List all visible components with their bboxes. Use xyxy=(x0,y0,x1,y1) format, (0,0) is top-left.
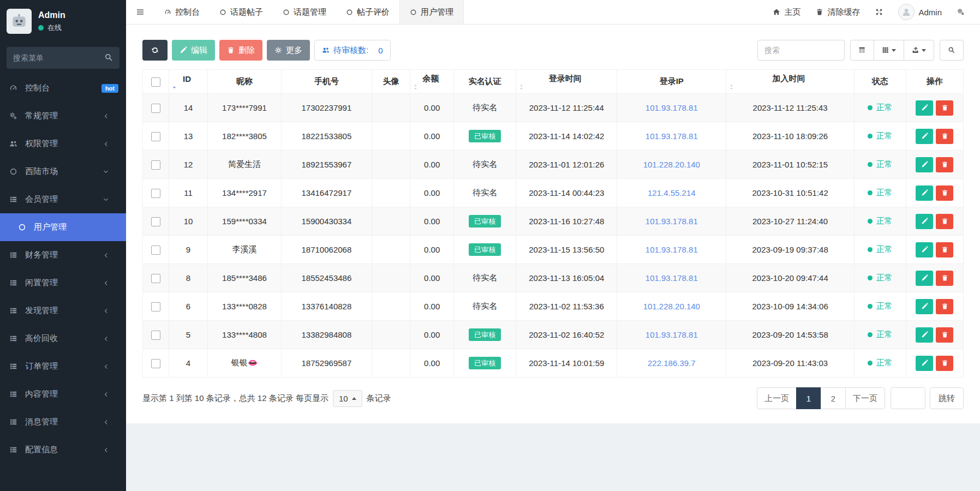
delete-button[interactable]: 删除 xyxy=(219,40,262,61)
row-delete-button[interactable] xyxy=(936,327,953,343)
login-ip-link[interactable]: 101.93.178.81 xyxy=(646,217,698,226)
row-edit-button[interactable] xyxy=(916,271,933,286)
tab-post-review[interactable]: 帖子评价 xyxy=(336,0,399,24)
row-delete-button[interactable] xyxy=(936,299,953,314)
tab-topic[interactable]: 话题管理 xyxy=(273,0,336,24)
login-ip-link[interactable]: 101.93.178.81 xyxy=(646,103,698,112)
row-delete-button[interactable] xyxy=(936,157,953,172)
row-edit-button[interactable] xyxy=(916,242,933,258)
row-edit-button[interactable] xyxy=(916,299,933,314)
list-icon xyxy=(9,251,19,259)
sidebar-item-dashboard[interactable]: 控制台hot xyxy=(0,74,126,102)
login-ip-link[interactable]: 101.93.178.81 xyxy=(646,245,698,254)
page-size-dropdown[interactable]: 10 xyxy=(333,390,362,407)
row-checkbox[interactable] xyxy=(151,104,160,113)
row-checkbox[interactable] xyxy=(151,132,160,141)
row-login-ip-cell: 222.186.39.7 xyxy=(617,349,726,378)
row-nickname: 185****3486 xyxy=(207,264,281,292)
tab-user[interactable]: 用户管理 xyxy=(399,0,464,24)
row-checkbox[interactable] xyxy=(151,160,160,170)
page-button-2[interactable]: 2 xyxy=(821,387,846,409)
column-header[interactable]: 余额 xyxy=(410,70,454,94)
sidebar-item-user[interactable]: 用户管理 xyxy=(0,213,126,241)
jump-page-input[interactable] xyxy=(891,387,925,409)
row-edit-button[interactable] xyxy=(916,129,933,144)
row-checkbox[interactable] xyxy=(151,246,160,255)
clear-cache-button[interactable]: 清除缓存 xyxy=(808,0,868,24)
sidebar-item-discover[interactable]: 发现管理 xyxy=(0,297,126,325)
row-delete-button[interactable] xyxy=(936,214,953,229)
row-realname-status: 待实名 xyxy=(454,292,516,321)
login-ip-link[interactable]: 101.93.178.81 xyxy=(646,330,698,339)
columns-button[interactable] xyxy=(874,40,904,61)
prev-page-button[interactable]: 上一页 xyxy=(757,387,797,409)
row-edit-button[interactable] xyxy=(916,327,933,343)
sidebar-toggle-icon[interactable] xyxy=(126,0,154,24)
menu-search-input[interactable] xyxy=(7,47,119,69)
detail-view-button[interactable] xyxy=(850,40,874,61)
row-avatar xyxy=(372,321,410,349)
row-delete-button[interactable] xyxy=(936,100,953,116)
row-checkbox[interactable] xyxy=(151,189,160,198)
jump-button[interactable]: 跳转 xyxy=(930,387,964,409)
column-header[interactable]: 登录时间 xyxy=(516,70,617,94)
row-join-time: 2023-10-31 10:51:42 xyxy=(726,179,854,207)
page-button-1[interactable]: 1 xyxy=(796,387,821,409)
refresh-button[interactable] xyxy=(142,40,168,61)
tab-dashboard[interactable]: 控制台 xyxy=(154,0,210,24)
login-ip-link[interactable]: 222.186.39.7 xyxy=(648,358,696,368)
row-edit-button[interactable] xyxy=(916,100,933,116)
table-row: 11134****2917134164729170.00待实名2023-11-1… xyxy=(143,179,964,207)
row-checkbox[interactable] xyxy=(151,302,160,312)
export-button[interactable] xyxy=(904,40,934,61)
sidebar-item-auth[interactable]: 权限管理 xyxy=(0,130,126,158)
row-delete-button[interactable] xyxy=(936,271,953,286)
tab-topic-post[interactable]: 话题帖子 xyxy=(210,0,273,24)
more-button[interactable]: 更多 xyxy=(267,40,310,61)
sidebar-item-label: 订单管理 xyxy=(25,361,103,372)
row-edit-button[interactable] xyxy=(916,157,933,172)
row-delete-button[interactable] xyxy=(936,242,953,258)
sidebar: Admin 在线 控制台hot常规管理权限管理西陆市场会员管理用户管理财务管理闲… xyxy=(0,0,126,491)
sidebar-item-member[interactable]: 会员管理 xyxy=(0,185,126,213)
row-edit-button[interactable] xyxy=(916,356,933,371)
login-ip-link[interactable]: 101.93.178.81 xyxy=(646,273,698,283)
row-login-ip-cell: 101.228.20.140 xyxy=(617,292,726,321)
sidebar-item-recycle[interactable]: 高价回收 xyxy=(0,325,126,352)
pending-count-button[interactable]: 待审核数: 0 xyxy=(314,40,391,61)
row-edit-button[interactable] xyxy=(916,214,933,229)
select-all-checkbox[interactable] xyxy=(151,77,160,87)
search-toggle-button[interactable] xyxy=(940,40,964,61)
row-edit-button[interactable] xyxy=(916,185,933,201)
sidebar-item-general[interactable]: 常规管理 xyxy=(0,102,126,130)
sidebar-item-idle[interactable]: 闲置管理 xyxy=(0,269,126,297)
row-checkbox[interactable] xyxy=(151,359,160,368)
row-delete-button[interactable] xyxy=(936,185,953,201)
login-ip-link[interactable]: 121.4.55.214 xyxy=(648,188,696,197)
table-search-input[interactable] xyxy=(757,40,845,61)
sidebar-item-message[interactable]: 消息管理 xyxy=(0,408,126,436)
sidebar-item-content[interactable]: 内容管理 xyxy=(0,380,126,408)
row-delete-button[interactable] xyxy=(936,129,953,144)
sidebar-item-config[interactable]: 配置信息 xyxy=(0,436,126,464)
home-button[interactable]: 主页 xyxy=(765,0,808,24)
login-ip-link[interactable]: 101.228.20.140 xyxy=(643,160,700,169)
row-checkbox[interactable] xyxy=(151,331,160,340)
login-ip-link[interactable]: 101.93.178.81 xyxy=(646,131,698,141)
row-checkbox[interactable] xyxy=(151,274,160,283)
next-page-button[interactable]: 下一页 xyxy=(845,387,885,409)
edit-button[interactable]: 编辑 xyxy=(172,40,215,61)
admin-user-menu[interactable]: Admin xyxy=(891,0,949,24)
column-header[interactable]: ID xyxy=(169,70,208,94)
row-select-cell xyxy=(143,122,169,151)
sidebar-item-market[interactable]: 西陆市场 xyxy=(0,158,126,185)
list-icon xyxy=(9,390,19,398)
fullscreen-button[interactable] xyxy=(868,0,891,24)
column-header[interactable]: 加入时间 xyxy=(726,70,854,94)
sidebar-item-order[interactable]: 订单管理 xyxy=(0,352,126,380)
row-checkbox[interactable] xyxy=(151,217,160,226)
sidebar-item-finance[interactable]: 财务管理 xyxy=(0,241,126,269)
login-ip-link[interactable]: 101.228.20.140 xyxy=(643,302,700,311)
row-delete-button[interactable] xyxy=(936,356,953,371)
settings-button[interactable] xyxy=(949,0,972,24)
